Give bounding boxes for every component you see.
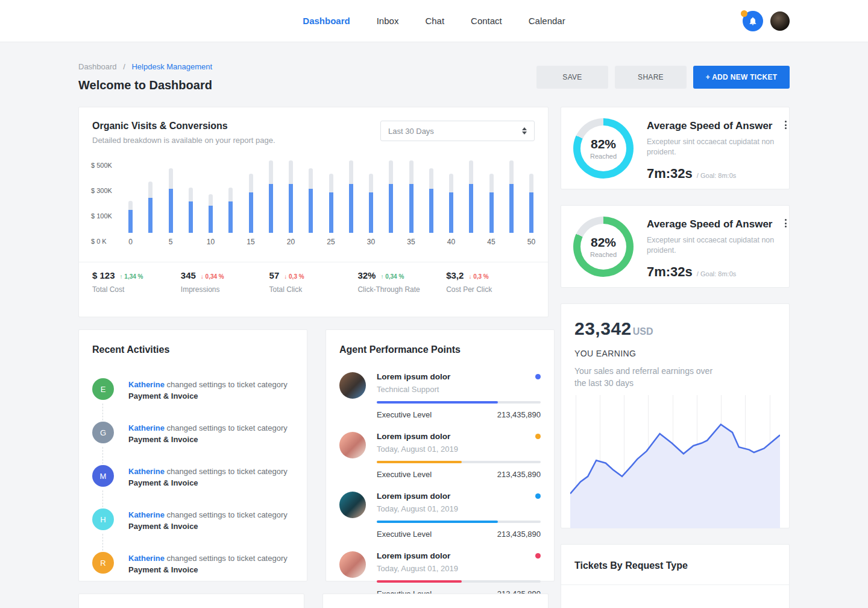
tickets-by-request-card: Tickets By Request Type	[561, 544, 790, 608]
x-tick	[469, 238, 473, 247]
kpi-stat: 32%↑ 0,34 %Click-Through Rate	[357, 270, 446, 294]
x-tick: 25	[329, 238, 333, 247]
bar-value	[309, 189, 313, 233]
kebab-menu-icon[interactable]	[784, 119, 788, 130]
recent-activities-title: Recent Activities	[92, 344, 294, 355]
x-tick	[429, 238, 433, 247]
agent-footer: Executive Level213,435,890	[377, 530, 541, 539]
agent-performance-card: Agent Performance Points Lorem ipsum dol…	[326, 329, 555, 581]
activity-item: RKatherine changed settings to ticket ca…	[92, 552, 294, 575]
nav-item-chat[interactable]: Chat	[425, 16, 444, 26]
kpi-label: Cost Per Click	[446, 285, 535, 294]
nav-item-contact[interactable]: Contact	[471, 16, 502, 26]
bar-group	[329, 160, 333, 233]
x-tick	[189, 238, 193, 247]
nav-item-calendar[interactable]: Calendar	[529, 16, 565, 26]
speed-donut-chart: 82% Reached	[573, 217, 634, 277]
agent-progress-fill	[377, 401, 498, 404]
x-tick-label: 15	[247, 238, 254, 246]
add-new-ticket-button[interactable]: + ADD NEW TICKET	[693, 66, 790, 89]
x-tick-label: 35	[407, 238, 415, 246]
agent-name: Lorem ipsum dolor	[377, 432, 450, 441]
agent-subtitle: Today, August 01, 2019	[377, 445, 541, 454]
x-tick: 0	[128, 238, 133, 247]
speed-donut-chart: 82% Reached	[573, 118, 634, 179]
activity-actor[interactable]: Katherine	[128, 554, 165, 563]
bar-value	[249, 192, 253, 233]
organic-title: Organic Visits & Conversions	[92, 121, 275, 131]
x-tick: 35	[409, 238, 414, 247]
kpi-delta: ↓ 0,3 %	[284, 273, 304, 280]
agent-top: Lorem ipsum dolor	[377, 551, 541, 560]
breadcrumb-current[interactable]: Helpdesk Management	[131, 62, 212, 71]
agent-level: Executive Level	[377, 470, 432, 479]
speed-goal: / Goal: 8m:0s	[697, 172, 736, 179]
status-dot	[535, 553, 541, 559]
kpi-top: 57↓ 0,3 %	[269, 270, 358, 280]
kpi-label: Total Click	[269, 285, 358, 294]
bell-icon	[748, 16, 758, 26]
agent-list: Lorem ipsum dolorTechnical SupportExecut…	[339, 372, 541, 598]
agent-body: Lorem ipsum dolorToday, August 01, 2019E…	[377, 432, 541, 479]
kpi-top: 32%↑ 0,34 %	[357, 270, 446, 280]
bar-group	[469, 160, 473, 233]
kpi-value: 32%	[357, 270, 376, 280]
bar-group	[369, 160, 373, 233]
bar-group	[529, 160, 533, 233]
speed-time: 7m:32s	[647, 264, 693, 280]
agent-body: Lorem ipsum dolorToday, August 01, 2019E…	[377, 551, 541, 598]
activity-text: Katherine changed settings to ticket cat…	[128, 465, 288, 489]
breadcrumb-parent[interactable]: Dashboard	[78, 62, 117, 71]
nav-item-inbox[interactable]: Inbox	[377, 16, 399, 26]
share-button[interactable]: SHARE	[615, 66, 687, 89]
organic-stats-row: $ 123↑ 1,34 %Total Cost345↓ 0,34 %Impres…	[79, 262, 548, 294]
activity-actor[interactable]: Katherine	[128, 467, 165, 476]
kpi-label: Impressions	[181, 285, 269, 294]
x-tick-label: 20	[287, 238, 295, 246]
kpi-label: Click-Through Rate	[357, 285, 446, 294]
speed-title: Average Speed of Answer	[647, 218, 785, 230]
x-tick: 40	[449, 238, 453, 247]
donut-percent: 82%	[591, 235, 616, 250]
activity-actor[interactable]: Katherine	[128, 423, 165, 432]
activity-actor[interactable]: Katherine	[128, 380, 165, 389]
agent-progress-fill	[377, 461, 462, 463]
kpi-top: $3,2↓ 0,3 %	[446, 270, 535, 280]
bar-value	[329, 192, 333, 233]
organic-bars	[128, 160, 536, 233]
save-button[interactable]: SAVE	[536, 66, 608, 89]
x-tick-label: 50	[527, 238, 535, 246]
bar-value	[509, 184, 514, 233]
x-tick-label: 5	[169, 238, 173, 246]
y-tick-label: $ 500K	[91, 162, 112, 169]
bar-value	[148, 198, 153, 233]
x-tick	[148, 238, 153, 247]
date-range-value: Last 30 Days	[388, 127, 434, 136]
activity-avatar: M	[92, 465, 114, 487]
kpi-value: $ 123	[92, 270, 115, 280]
notifications-button[interactable]	[743, 11, 763, 31]
agent-avatar	[339, 372, 366, 399]
x-tick-label: 30	[367, 238, 375, 246]
date-range-select[interactable]: Last 30 Days	[380, 121, 535, 141]
kebab-menu-icon[interactable]	[784, 218, 788, 229]
y-axis: $ 500K$ 300K$ 100K$ 0 K	[91, 160, 128, 253]
activity-item: GKatherine changed settings to ticket ca…	[92, 422, 294, 445]
bar-value	[469, 184, 473, 233]
x-tick	[509, 238, 514, 247]
kpi-label: Total Cost	[92, 285, 181, 294]
kpi-stat: $3,2↓ 0,3 %Cost Per Click	[446, 270, 535, 294]
nav-item-dashboard[interactable]: Dashboard	[303, 16, 350, 26]
activity-avatar: G	[92, 422, 114, 443]
organic-visits-card: Organic Visits & Conversions Detailed br…	[78, 107, 549, 317]
x-tick: 10	[209, 238, 213, 247]
activity-actor[interactable]: Katherine	[128, 510, 165, 519]
status-dot	[535, 374, 541, 379]
bar-group	[128, 160, 133, 233]
speed-desc: Excepteur sint occaecat cupidatat non pr…	[647, 137, 785, 157]
earnings-currency: USD	[633, 326, 653, 337]
kpi-delta: ↓ 0,3 %	[468, 273, 488, 280]
donut-caption: Reached	[590, 153, 617, 160]
user-avatar[interactable]	[770, 11, 790, 31]
speed-time: 7m:32s	[647, 166, 693, 182]
